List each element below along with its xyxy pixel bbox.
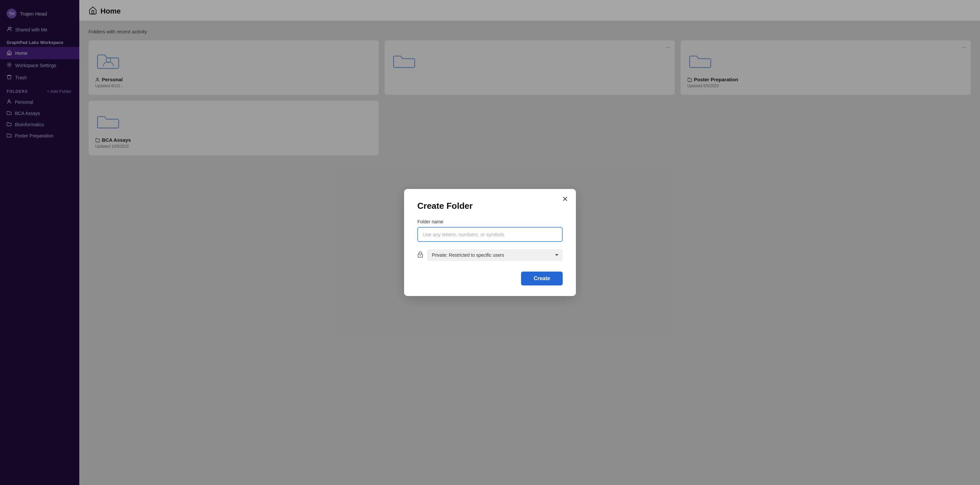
create-button[interactable]: Create — [521, 272, 563, 285]
folder-name-input[interactable] — [417, 227, 563, 242]
privacy-select[interactable]: Private: Restricted to specific users — [427, 249, 563, 261]
lock-icon — [417, 251, 423, 259]
create-folder-modal: ✕ Create Folder Folder name Private: Res… — [404, 189, 576, 296]
folder-name-label: Folder name — [417, 219, 563, 224]
close-button[interactable]: ✕ — [560, 194, 570, 204]
modal-footer: Create — [417, 272, 563, 285]
svg-point-10 — [420, 255, 421, 256]
modal-title: Create Folder — [417, 201, 563, 211]
modal-overlay[interactable]: ✕ Create Folder Folder name Private: Res… — [0, 0, 980, 485]
privacy-section: Private: Restricted to specific users — [417, 249, 563, 261]
